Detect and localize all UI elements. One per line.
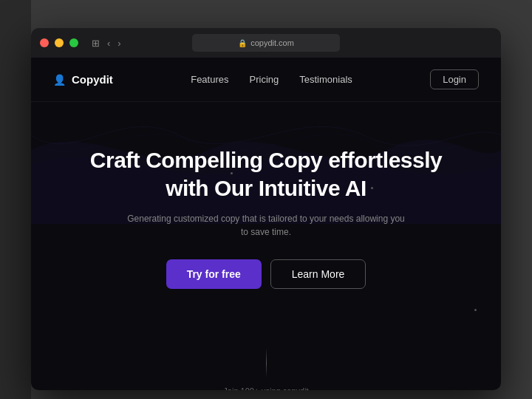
url-text: copydit.com (250, 38, 294, 47)
try-free-button[interactable]: Try for free (166, 259, 262, 289)
back-icon[interactable]: ‹ (107, 38, 110, 49)
hero-section: Craft Compelling Copy effortlessly with … (31, 102, 501, 348)
browser-window: ⊞ ‹ › 🔒 copydit.com 👤 Copydit (31, 28, 501, 390)
nav-links: Features Pricing Testimonials (191, 74, 352, 85)
website-content: 👤 Copydit Features Pricing Testimonials … (31, 58, 501, 390)
logo-text: Copydit (72, 73, 113, 86)
maximize-button[interactable] (69, 38, 78, 47)
address-bar[interactable]: 🔒 copydit.com (192, 34, 340, 52)
social-proof-section: Join 100+ using copydit Google △ airbnb … (31, 386, 501, 390)
nav-pricing[interactable]: Pricing (250, 74, 279, 85)
minimize-button[interactable] (55, 38, 64, 47)
nav-features[interactable]: Features (191, 74, 228, 85)
login-button[interactable]: Login (430, 69, 479, 89)
join-text: Join 100+ using copydit (61, 386, 471, 390)
close-button[interactable] (40, 38, 49, 47)
navigation: 👤 Copydit Features Pricing Testimonials … (31, 58, 501, 102)
section-divider (266, 348, 267, 378)
lock-icon: 🔒 (238, 39, 247, 47)
sidebar-toggle-icon[interactable]: ⊞ (92, 38, 100, 49)
logo[interactable]: 👤 Copydit (53, 73, 113, 86)
hero-buttons: Try for free Learn More (61, 259, 471, 289)
titlebar: ⊞ ‹ › 🔒 copydit.com (31, 28, 501, 58)
hero-title-line2: with Our Intuitive AI (166, 176, 366, 200)
hero-title-line1: Craft Compelling Copy effortlessly (90, 148, 442, 172)
forward-icon[interactable]: › (117, 38, 120, 49)
hero-subtitle: Generating customized copy that is tailo… (126, 212, 406, 239)
hero-title: Craft Compelling Copy effortlessly with … (61, 146, 471, 202)
nav-testimonials[interactable]: Testimonials (299, 74, 352, 85)
learn-more-button[interactable]: Learn More (270, 259, 366, 289)
logo-icon: 👤 (53, 74, 66, 86)
